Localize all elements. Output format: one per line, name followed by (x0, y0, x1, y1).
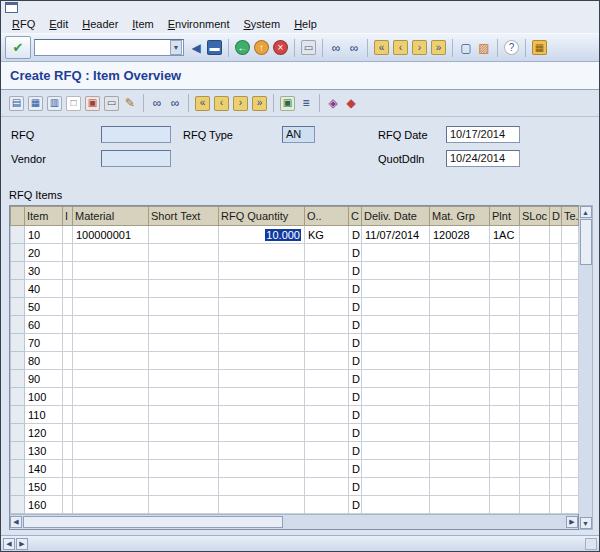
cell-deliv_date[interactable] (362, 352, 430, 370)
cell-item[interactable]: 100 (25, 388, 63, 406)
menu-item-rfq[interactable]: RFQ (5, 16, 42, 32)
cell-item[interactable]: 130 (25, 442, 63, 460)
column-header[interactable]: Material (73, 207, 149, 226)
cell-mat_grp[interactable] (430, 370, 490, 388)
cell-sloc[interactable] (520, 496, 550, 514)
find-icon[interactable]: ∞ (327, 39, 345, 57)
cell-c[interactable]: D (349, 262, 362, 280)
cell-sloc[interactable] (520, 388, 550, 406)
cell-deliv_date[interactable] (362, 244, 430, 262)
exit-icon[interactable]: ↑ (254, 40, 269, 55)
cell-unit[interactable] (305, 280, 349, 298)
cell-c[interactable]: D (349, 298, 362, 316)
row-selector[interactable] (11, 496, 25, 514)
cell-sloc[interactable] (520, 406, 550, 424)
cell-unit[interactable] (305, 244, 349, 262)
cell-short_text[interactable] (149, 478, 219, 496)
delivery-schedule-icon[interactable]: ▥ (47, 96, 62, 111)
row-selector[interactable] (11, 352, 25, 370)
cell-unit[interactable] (305, 406, 349, 424)
cell-i[interactable] (63, 280, 73, 298)
cell-material[interactable] (73, 406, 149, 424)
cell-mat_grp[interactable] (430, 316, 490, 334)
cell-d[interactable] (550, 496, 562, 514)
cell-te[interactable] (562, 388, 579, 406)
cell-c[interactable]: D (349, 316, 362, 334)
item-details-icon[interactable]: ▦ (28, 96, 43, 111)
cell-d[interactable] (550, 316, 562, 334)
cell-i[interactable] (63, 406, 73, 424)
save-icon[interactable]: ▬ (207, 40, 222, 55)
cell-plnt[interactable] (490, 244, 520, 262)
cell-sloc[interactable] (520, 478, 550, 496)
cell-d[interactable] (550, 406, 562, 424)
cell-deliv_date[interactable] (362, 442, 430, 460)
header-details-icon[interactable]: ▤ (9, 96, 24, 111)
row-selector[interactable] (11, 442, 25, 460)
cell-unit[interactable] (305, 478, 349, 496)
scroll-right-icon[interactable]: ▶ (566, 516, 578, 528)
cell-sloc[interactable] (520, 352, 550, 370)
cell-qty[interactable] (219, 478, 305, 496)
cell-qty[interactable] (219, 298, 305, 316)
cell-unit[interactable] (305, 388, 349, 406)
cell-c[interactable]: D (349, 352, 362, 370)
cell-i[interactable] (63, 262, 73, 280)
cell-material[interactable] (73, 298, 149, 316)
print-icon[interactable]: ▭ (301, 40, 316, 55)
cell-material[interactable] (73, 424, 149, 442)
window-scroll-right-icon[interactable]: ▶ (16, 538, 28, 550)
vendor-field[interactable] (101, 150, 171, 167)
cell-unit[interactable] (305, 262, 349, 280)
cell-item[interactable]: 80 (25, 352, 63, 370)
cell-plnt[interactable]: 1AC (490, 226, 520, 244)
cell-mat_grp[interactable] (430, 298, 490, 316)
cell-short_text[interactable] (149, 298, 219, 316)
cell-qty[interactable] (219, 460, 305, 478)
cell-i[interactable] (63, 334, 73, 352)
cell-d[interactable] (550, 226, 562, 244)
cell-material[interactable] (73, 370, 149, 388)
horizontal-scrollbar[interactable]: ◀ ▶ (10, 514, 578, 529)
cell-deliv_date[interactable] (362, 388, 430, 406)
cell-plnt[interactable] (490, 298, 520, 316)
cell-short_text[interactable] (149, 226, 219, 244)
menu-item-item[interactable]: Item (125, 16, 160, 32)
matchcode-icon[interactable]: ◈ (324, 94, 342, 112)
cell-deliv_date[interactable] (362, 280, 430, 298)
delete-item-icon[interactable]: ▣ (85, 96, 100, 111)
cell-unit[interactable]: KG (305, 226, 349, 244)
cell-te[interactable] (562, 226, 579, 244)
first-page-icon[interactable]: « (374, 40, 389, 55)
cell-c[interactable]: D (349, 370, 362, 388)
cell-i[interactable] (63, 298, 73, 316)
row-selector[interactable] (11, 460, 25, 478)
row-selector[interactable] (11, 298, 25, 316)
window-menu-icon[interactable] (5, 2, 18, 13)
cell-d[interactable] (550, 388, 562, 406)
cell-material[interactable] (73, 496, 149, 514)
cell-short_text[interactable] (149, 334, 219, 352)
column-header[interactable]: Short Text (149, 207, 219, 226)
cell-qty[interactable]: 10.000 (219, 226, 305, 244)
row-selector[interactable] (11, 406, 25, 424)
cell-plnt[interactable] (490, 496, 520, 514)
cell-item[interactable]: 110 (25, 406, 63, 424)
last-page-icon[interactable]: » (431, 40, 446, 55)
cell-d[interactable] (550, 460, 562, 478)
cell-item[interactable]: 70 (25, 334, 63, 352)
vertical-scrollbar[interactable]: ▲ ▼ (579, 205, 593, 530)
cell-unit[interactable] (305, 334, 349, 352)
cell-c[interactable]: D (349, 406, 362, 424)
cell-plnt[interactable] (490, 460, 520, 478)
cell-te[interactable] (562, 298, 579, 316)
cell-material[interactable] (73, 352, 149, 370)
cell-material[interactable] (73, 442, 149, 460)
cell-short_text[interactable] (149, 496, 219, 514)
cell-qty[interactable] (219, 406, 305, 424)
column-header[interactable]: RFQ Quantity (219, 207, 305, 226)
cell-deliv_date[interactable] (362, 424, 430, 442)
cell-material[interactable] (73, 478, 149, 496)
cell-unit[interactable] (305, 298, 349, 316)
cell-qty[interactable] (219, 442, 305, 460)
